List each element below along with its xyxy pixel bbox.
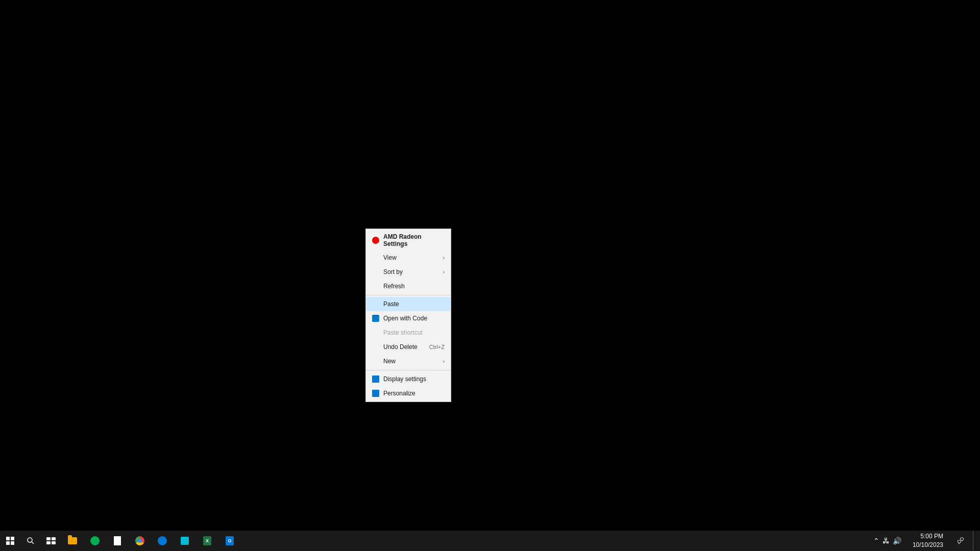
paste-label: Paste	[383, 300, 445, 308]
menu-item-undo-delete[interactable]: Undo Delete Ctrl+Z	[366, 340, 451, 354]
notification-button[interactable]: 🗪	[950, 531, 971, 551]
refresh-label: Refresh	[383, 283, 445, 290]
taskbar-file-explorer[interactable]	[61, 531, 84, 551]
taskbar-edge[interactable]	[151, 531, 174, 551]
personalize-label: Personalize	[383, 390, 445, 397]
refresh-icon	[371, 282, 380, 291]
new-label: New	[383, 358, 443, 365]
undo-delete-shortcut: Ctrl+Z	[429, 344, 445, 350]
paste-shortcut-label: Paste shortcut	[383, 329, 445, 336]
svg-rect-8	[46, 541, 51, 544]
sort-by-icon	[371, 267, 380, 277]
amd-icon	[371, 236, 380, 245]
tray-volume-icon[interactable]: 🔊	[893, 537, 901, 545]
undo-delete-icon	[371, 342, 380, 352]
new-icon	[371, 357, 380, 366]
menu-item-view[interactable]: View ›	[366, 251, 451, 265]
view-icon	[371, 253, 380, 262]
svg-rect-1	[11, 537, 14, 540]
clock[interactable]: 5:00 PM 10/10/2023	[908, 531, 948, 551]
context-menu-header-label: AMD Radeon Settings	[383, 233, 446, 247]
svg-rect-3	[11, 541, 14, 545]
paste-icon	[371, 299, 380, 309]
search-button[interactable]	[20, 531, 41, 551]
menu-item-new[interactable]: New ›	[366, 354, 451, 368]
taskbar: X O ⌃ 🖧 🔊 5:00 PM 10/10/2023 🗪	[0, 531, 980, 551]
taskbar-green-app[interactable]	[84, 531, 106, 551]
context-menu: AMD Radeon Settings View › Sort by › Ref…	[365, 229, 451, 402]
clock-date: 10/10/2023	[913, 541, 943, 549]
new-arrow: ›	[443, 359, 445, 364]
sort-by-label: Sort by	[383, 268, 443, 276]
desktop: AMD Radeon Settings View › Sort by › Ref…	[0, 0, 980, 551]
menu-item-open-with-code[interactable]: Open with Code	[366, 311, 451, 325]
svg-line-5	[32, 542, 34, 544]
menu-item-refresh[interactable]: Refresh	[366, 279, 451, 293]
vscode-icon	[371, 314, 380, 323]
taskbar-left: X O	[0, 531, 241, 551]
display-settings-icon	[371, 374, 380, 384]
tray-network-icon[interactable]: 🖧	[883, 537, 890, 545]
view-arrow: ›	[443, 255, 445, 261]
svg-rect-0	[6, 537, 10, 540]
view-label: View	[383, 254, 443, 261]
paste-shortcut-icon	[371, 328, 380, 337]
sort-by-arrow: ›	[443, 269, 445, 275]
svg-rect-6	[46, 537, 51, 540]
separator-2	[366, 370, 451, 370]
start-button[interactable]	[0, 531, 20, 551]
taskbar-icons: X O	[61, 531, 241, 551]
svg-rect-9	[52, 541, 56, 544]
svg-rect-2	[6, 541, 10, 545]
svg-point-4	[28, 538, 32, 542]
svg-rect-7	[52, 537, 56, 540]
system-tray: ⌃ 🖧 🔊	[869, 537, 905, 545]
show-desktop-button[interactable]	[973, 531, 976, 551]
context-menu-header: AMD Radeon Settings	[366, 230, 451, 251]
clock-time: 5:00 PM	[920, 532, 943, 541]
taskbar-outlook[interactable]: O	[218, 531, 241, 551]
separator-1	[366, 295, 451, 295]
menu-item-paste[interactable]: Paste	[366, 297, 451, 311]
display-settings-label: Display settings	[383, 375, 445, 383]
menu-item-paste-shortcut: Paste shortcut	[366, 325, 451, 340]
personalize-icon	[371, 389, 380, 398]
taskbar-excel[interactable]: X	[196, 531, 218, 551]
open-with-code-label: Open with Code	[383, 315, 445, 322]
tray-up-arrow[interactable]: ⌃	[873, 537, 879, 545]
menu-item-personalize[interactable]: Personalize	[366, 386, 451, 400]
menu-item-display-settings[interactable]: Display settings	[366, 372, 451, 386]
taskbar-right: ⌃ 🖧 🔊 5:00 PM 10/10/2023 🗪	[869, 531, 980, 551]
taskbar-chrome[interactable]	[129, 531, 151, 551]
taskbar-app6[interactable]	[174, 531, 196, 551]
menu-item-sort-by[interactable]: Sort by ›	[366, 265, 451, 279]
task-view-button[interactable]	[41, 531, 61, 551]
undo-delete-label: Undo Delete	[383, 343, 425, 350]
taskbar-docs[interactable]	[106, 531, 129, 551]
